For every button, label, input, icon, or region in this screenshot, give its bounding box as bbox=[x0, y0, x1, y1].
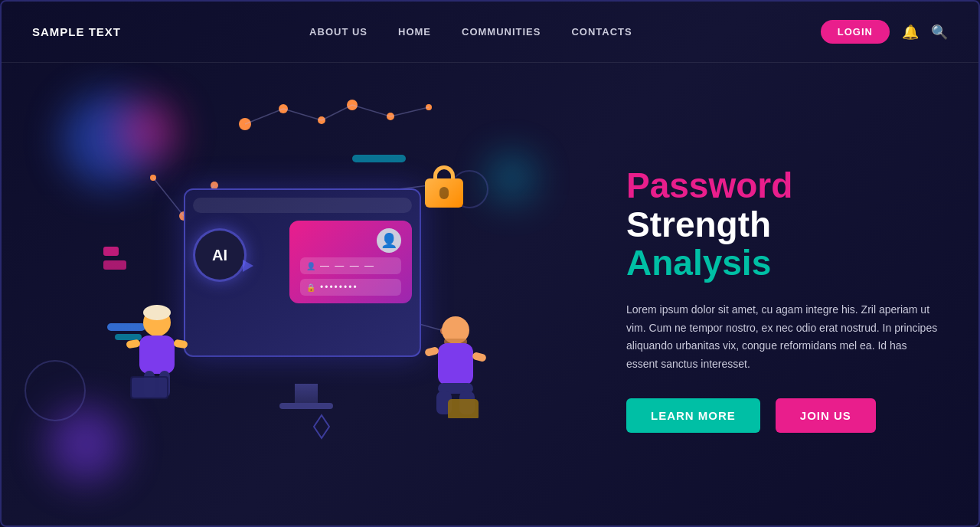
svg-point-3 bbox=[347, 100, 358, 110]
title-word-analysis: Analysis bbox=[626, 243, 771, 283]
title-word-password: Password bbox=[626, 165, 792, 205]
monitor-stand bbox=[295, 384, 318, 403]
nav-links: ABOUT US HOME COMMUNITIES CONTACTS bbox=[309, 26, 632, 38]
person-right-svg bbox=[421, 311, 490, 418]
blob-pink bbox=[116, 101, 178, 162]
main-content: AI 👤 👤 — — — — 🔒 •••••••• bbox=[2, 63, 978, 527]
monitor-base bbox=[279, 403, 333, 409]
svg-line-7 bbox=[283, 109, 322, 120]
svg-rect-28 bbox=[139, 336, 175, 374]
ai-bubble: AI bbox=[193, 228, 247, 282]
svg-rect-30 bbox=[173, 339, 188, 349]
join-us-button[interactable]: JOIN US bbox=[776, 398, 876, 433]
svg-point-0 bbox=[239, 118, 251, 130]
navbar: SAMPLE TEXT ABOUT US HOME COMMUNITIES CO… bbox=[2, 2, 978, 63]
cta-buttons: LEARN MORE JOIN US bbox=[626, 398, 940, 433]
hero-title: Password Strength Analysis bbox=[626, 166, 940, 283]
person-left-svg bbox=[122, 303, 191, 403]
nav-about[interactable]: ABOUT US bbox=[309, 26, 368, 38]
svg-line-10 bbox=[390, 107, 429, 116]
page-wrapper: SAMPLE TEXT ABOUT US HOME COMMUNITIES CO… bbox=[0, 0, 980, 527]
nav-communities[interactable]: COMMUNITIES bbox=[462, 26, 541, 38]
nav-right: LOGIN 🔔 🔍 bbox=[821, 20, 948, 44]
svg-point-5 bbox=[426, 104, 432, 110]
circle-outline-1 bbox=[24, 360, 86, 421]
username-field: 👤 — — — — bbox=[300, 257, 401, 274]
svg-rect-38 bbox=[424, 346, 439, 357]
learn-more-button[interactable]: LEARN MORE bbox=[626, 398, 760, 433]
search-icon[interactable]: 🔍 bbox=[931, 24, 948, 41]
lock-input-icon: 🔒 bbox=[306, 283, 315, 292]
person-right bbox=[421, 311, 490, 418]
bell-icon[interactable]: 🔔 bbox=[902, 24, 919, 41]
svg-rect-17 bbox=[103, 260, 126, 270]
nav-home[interactable]: HOME bbox=[398, 26, 431, 38]
brand-logo: SAMPLE TEXT bbox=[32, 25, 121, 38]
svg-point-1 bbox=[279, 104, 288, 113]
illustration-area: AI 👤 👤 — — — — 🔒 •••••••• bbox=[2, 63, 611, 527]
username-dots: — — — — bbox=[320, 260, 375, 271]
password-card: 👤 👤 — — — — 🔒 •••••••• bbox=[289, 221, 412, 303]
hero-description: Lorem ipsum dolor sit amet, cu agam inte… bbox=[626, 301, 940, 374]
svg-line-8 bbox=[322, 105, 352, 120]
title-word-strength: Strength bbox=[626, 205, 771, 244]
avatar-circle: 👤 bbox=[377, 228, 401, 253]
person-left bbox=[122, 303, 191, 403]
lock-keyhole bbox=[439, 187, 449, 199]
svg-point-27 bbox=[143, 305, 171, 320]
svg-rect-29 bbox=[126, 339, 140, 349]
nav-contacts[interactable]: CONTACTS bbox=[571, 26, 632, 38]
svg-rect-34 bbox=[132, 378, 167, 398]
monitor-screen: AI 👤 👤 — — — — 🔒 •••••••• bbox=[184, 188, 421, 357]
login-button[interactable]: LOGIN bbox=[821, 20, 890, 44]
svg-point-4 bbox=[387, 113, 394, 120]
svg-rect-37 bbox=[438, 343, 473, 385]
lock-body bbox=[425, 178, 463, 208]
password-field: 🔒 •••••••• bbox=[300, 279, 401, 296]
svg-rect-18 bbox=[352, 155, 406, 162]
password-dots: •••••••• bbox=[320, 282, 358, 293]
svg-line-6 bbox=[245, 109, 283, 124]
svg-rect-43 bbox=[448, 399, 479, 418]
svg-point-2 bbox=[318, 116, 325, 124]
text-area: Password Strength Analysis Lorem ipsum d… bbox=[611, 63, 978, 527]
lock-icon bbox=[421, 165, 467, 219]
svg-line-9 bbox=[352, 105, 390, 116]
monitor-container: AI 👤 👤 — — — — 🔒 •••••••• bbox=[145, 165, 467, 426]
blob-teal bbox=[488, 155, 534, 201]
svg-rect-39 bbox=[472, 352, 487, 362]
svg-rect-16 bbox=[103, 247, 119, 256]
user-input-icon: 👤 bbox=[306, 262, 315, 270]
